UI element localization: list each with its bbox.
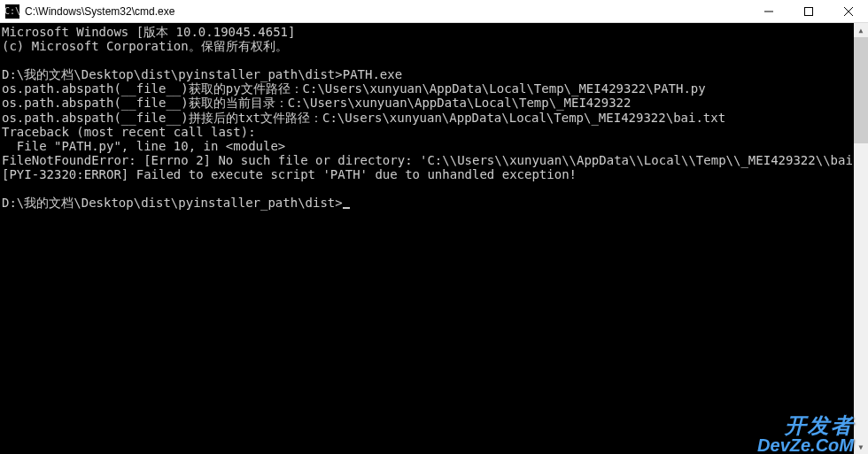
maximize-button[interactable] xyxy=(788,0,828,22)
terminal-window: C:\ C:\Windows\System32\cmd.exe Microsof… xyxy=(0,0,868,454)
scroll-down-arrow-icon[interactable]: ▼ xyxy=(854,440,868,454)
window-controls xyxy=(748,0,868,22)
window-title: C:\Windows\System32\cmd.exe xyxy=(25,5,748,18)
console-output[interactable]: Microsoft Windows [版本 10.0.19045.4651] (… xyxy=(0,23,854,454)
output-line: D:\我的文档\Desktop\dist\pyinstaller_path\di… xyxy=(2,67,402,81)
cursor xyxy=(343,207,350,209)
cmd-icon: C:\ xyxy=(5,4,19,19)
output-line: os.path.abspath(__file__)拼接后的txt文件路径：C:\… xyxy=(2,111,725,125)
vertical-scrollbar[interactable]: ▲ ▼ xyxy=(854,23,868,454)
minimize-icon xyxy=(764,7,773,16)
output-line: Traceback (most recent call last): xyxy=(2,125,256,139)
svg-rect-1 xyxy=(804,7,812,15)
maximize-icon xyxy=(804,7,813,16)
output-line: File "PATH.py", line 10, in <module> xyxy=(2,139,285,153)
console-wrapper: Microsoft Windows [版本 10.0.19045.4651] (… xyxy=(0,23,868,454)
scroll-track[interactable] xyxy=(854,37,868,440)
output-line: Microsoft Windows [版本 10.0.19045.4651] xyxy=(2,25,295,39)
close-icon xyxy=(844,7,853,16)
output-line: os.path.abspath(__file__)获取的当前目录：C:\User… xyxy=(2,96,631,110)
output-line: [PYI-32320:ERROR] Failed to execute scri… xyxy=(2,167,577,181)
scroll-up-arrow-icon[interactable]: ▲ xyxy=(854,23,868,37)
output-line: (c) Microsoft Corporation。保留所有权利。 xyxy=(2,39,288,53)
prompt-line: D:\我的文档\Desktop\dist\pyinstaller_path\di… xyxy=(2,196,343,210)
titlebar[interactable]: C:\ C:\Windows\System32\cmd.exe xyxy=(0,0,868,23)
output-line: os.path.abspath(__file__)获取的py文件路径：C:\Us… xyxy=(2,81,706,96)
close-button[interactable] xyxy=(828,0,868,22)
output-line: FileNotFoundError: [Errno 2] No such fil… xyxy=(2,153,854,167)
minimize-button[interactable] xyxy=(748,0,788,22)
scroll-thumb[interactable] xyxy=(854,37,868,143)
